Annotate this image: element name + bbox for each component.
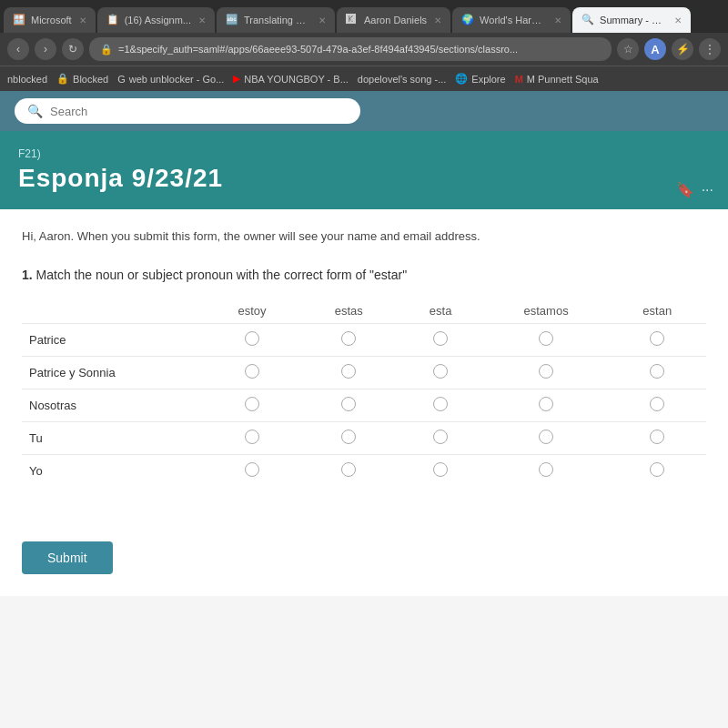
lock-icon: 🔒 [100,44,113,56]
page-content: 🔍 F21) Esponja 9/23/21 🔖 ··· Hi, Aaron. … [0,91,728,728]
cell-3-3[interactable] [484,421,609,454]
tab-summary[interactable]: 🔍 Summary - Q... ✕ [572,7,691,33]
cell-2-3[interactable] [484,389,609,421]
radio-3-2[interactable] [433,430,448,444]
tab-translating[interactable]: 🔤 Translating G... ✕ [217,7,335,33]
tab-close-aaron[interactable]: ✕ [434,15,441,25]
search-bar-area: 🔍 [0,91,728,131]
cell-4-4[interactable] [608,454,706,487]
table-row: Tu [22,421,706,454]
bookmark-icon[interactable]: 🔖 [676,181,694,198]
radio-1-0[interactable] [245,364,259,379]
cell-4-0[interactable] [204,454,300,487]
radio-3-3[interactable] [539,430,553,444]
radio-0-0[interactable] [245,331,259,346]
radio-0-3[interactable] [539,331,553,346]
search-input[interactable] [50,105,348,118]
cell-4-2[interactable] [397,454,483,487]
cell-0-3[interactable] [484,323,609,356]
cell-2-2[interactable] [397,389,483,421]
cell-1-0[interactable] [204,356,300,389]
profile-icon[interactable]: A [644,38,666,60]
tab-close-translating[interactable]: ✕ [318,15,326,25]
col-header-esta: esta [397,298,483,324]
col-header-estas: estas [300,298,397,324]
cell-2-1[interactable] [300,389,397,421]
cell-1-1[interactable] [300,356,397,389]
bookmark-nba[interactable]: ▶ NBA YOUNGBOY - B... [233,73,349,85]
tab-icon-translating: 🔤 [226,14,238,26]
matching-table: estoy estas esta estamos estan PatricePa… [22,298,706,487]
radio-2-4[interactable] [650,397,664,411]
extensions-icon[interactable]: ⚡ [672,38,693,60]
cell-3-2[interactable] [397,421,483,454]
bookmark-nblocked[interactable]: nblocked [7,74,47,85]
bookmark-blocked-label: Blocked [73,74,108,85]
tab-aaron[interactable]: 🅺 Aaron Daniels ✕ [337,7,450,33]
cell-3-4[interactable] [608,421,706,454]
tab-worlds-hardest[interactable]: 🌍 World's Harde... ✕ [452,7,571,33]
col-header-estamos: estamos [484,298,609,324]
tab-close-worlds[interactable]: ✕ [554,15,561,25]
radio-4-4[interactable] [650,462,664,477]
radio-4-0[interactable] [245,462,259,477]
radio-1-3[interactable] [539,364,553,379]
tab-microsoft[interactable]: 🪟 Microsoft ✕ [4,7,96,33]
cell-4-3[interactable] [484,454,609,487]
radio-4-1[interactable] [341,462,356,477]
radio-4-2[interactable] [433,462,448,477]
radio-0-2[interactable] [433,331,448,346]
tab-close-assignments[interactable]: ✕ [198,15,206,25]
bookmark-punnett[interactable]: M M Punnett Squa [515,74,599,85]
more-options-icon[interactable]: ··· [702,182,713,198]
cell-3-1[interactable] [300,421,397,454]
radio-3-4[interactable] [650,430,664,444]
cell-1-4[interactable] [608,356,706,389]
cell-0-0[interactable] [204,323,300,356]
tab-close-microsoft[interactable]: ✕ [79,15,86,25]
menu-icon[interactable]: ⋮ [699,38,721,60]
bookmark-dope[interactable]: dopelovel's song -... [358,74,447,85]
cell-4-1[interactable] [300,454,397,487]
radio-1-1[interactable] [341,364,356,379]
search-wrapper[interactable]: 🔍 [15,98,360,124]
cell-2-0[interactable] [204,389,300,421]
radio-0-4[interactable] [650,331,664,346]
radio-2-1[interactable] [341,397,356,411]
cell-1-2[interactable] [397,356,483,389]
radio-3-0[interactable] [245,430,259,444]
cell-0-2[interactable] [397,323,483,356]
bookmark-blocked[interactable]: 🔒 Blocked [56,73,108,85]
cell-3-0[interactable] [204,421,300,454]
tab-icon-assignments: 📋 [106,14,119,26]
refresh-button[interactable]: ↻ [62,38,84,60]
form-intro: Hi, Aaron. When you submit this form, th… [22,228,706,246]
cell-1-3[interactable] [484,356,609,389]
forward-button[interactable]: › [35,38,56,60]
radio-2-3[interactable] [539,397,553,411]
address-bar[interactable]: 🔒 =1&specify_auth=saml#/apps/66aeee93-50… [89,37,612,61]
bookmark-explore[interactable]: 🌐 Explore [455,73,505,85]
punnett-icon: M [515,74,523,85]
tab-assignments[interactable]: 📋 (16) Assignm... ✕ [97,7,215,33]
tab-close-summary[interactable]: ✕ [674,15,682,25]
cell-0-4[interactable] [608,323,706,356]
radio-1-2[interactable] [433,364,448,379]
radio-2-0[interactable] [245,397,259,411]
tab-label-worlds: World's Harde... [480,15,547,25]
cell-0-1[interactable] [300,323,397,356]
bookmark-unblocker[interactable]: G web unblocker - Go... [117,74,224,85]
bookmark-star[interactable]: ☆ [617,38,639,60]
radio-3-1[interactable] [341,430,356,444]
radio-0-1[interactable] [341,331,356,346]
row-label-0: Patrice [22,323,204,356]
radio-2-2[interactable] [433,397,448,411]
back-button[interactable]: ‹ [7,38,29,60]
cell-2-4[interactable] [608,389,706,421]
radio-1-4[interactable] [650,364,664,379]
radio-4-3[interactable] [539,462,553,477]
submit-button[interactable]: Submit [22,541,113,574]
question-body: Match the noun or subject pronoun with t… [36,268,408,282]
assignment-title: Esponja 9/23/21 [18,164,710,193]
header-icons: 🔖 ··· [676,181,713,198]
